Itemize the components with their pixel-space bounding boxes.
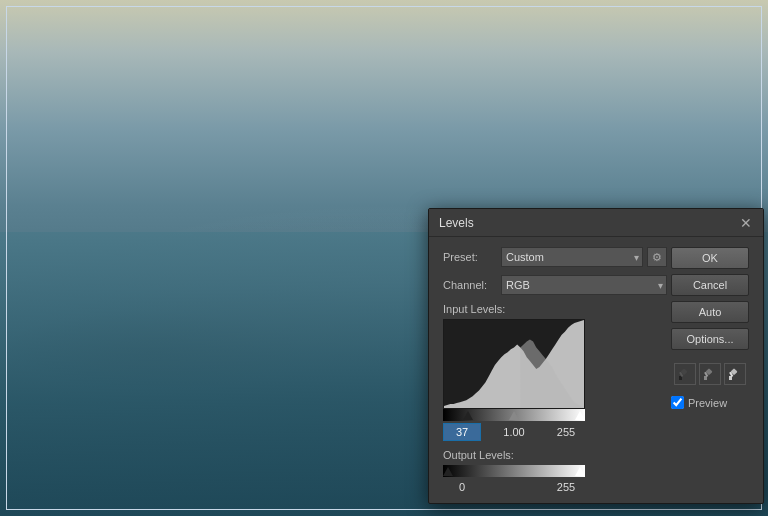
channel-label: Channel:: [443, 279, 501, 291]
output-black-marker[interactable]: [443, 467, 453, 476]
input-levels-label: Input Levels:: [443, 303, 667, 315]
black-eyedropper-icon: [678, 367, 692, 381]
dialog-content: Preset: Custom Default ⚙ Channel: RGB: [429, 237, 763, 503]
gray-eyedropper-icon: [703, 367, 717, 381]
ok-button[interactable]: OK: [671, 247, 749, 269]
preset-gear-button[interactable]: ⚙: [647, 247, 667, 267]
options-button[interactable]: Options...: [671, 328, 749, 350]
preview-row: Preview: [671, 396, 749, 409]
preset-row: Preset: Custom Default ⚙: [443, 247, 667, 267]
output-white-value: 255: [547, 481, 585, 493]
output-values-row: 0 255: [443, 481, 585, 493]
dialog-title: Levels: [439, 216, 474, 230]
output-gradient-bar: [443, 465, 585, 477]
channel-select-wrapper: RGB Red Green Blue: [501, 275, 667, 295]
dialog-titlebar: Levels ✕: [429, 209, 763, 237]
white-eyedropper-button[interactable]: [724, 363, 746, 385]
preview-label: Preview: [688, 397, 727, 409]
levels-dialog: Levels ✕ Preset: Custom Default ⚙: [428, 208, 764, 504]
input-black-marker[interactable]: [463, 411, 473, 420]
preset-label: Preset:: [443, 251, 501, 263]
input-gray-marker[interactable]: [509, 411, 519, 420]
input-values-row: 1.00 255: [443, 423, 585, 441]
right-column: OK Cancel Auto Options...: [671, 247, 749, 409]
input-black-value[interactable]: [443, 423, 481, 441]
histogram-container: [443, 319, 585, 409]
gray-eyedropper-button[interactable]: [699, 363, 721, 385]
auto-button[interactable]: Auto: [671, 301, 749, 323]
input-mid-value: 1.00: [495, 426, 533, 438]
preset-select[interactable]: Custom Default: [501, 247, 643, 267]
close-button[interactable]: ✕: [739, 216, 753, 230]
white-eyedropper-icon: [728, 367, 742, 381]
output-black-value: 0: [443, 481, 481, 493]
input-white-value: 255: [547, 426, 585, 438]
preset-select-wrapper: Custom Default: [501, 247, 643, 267]
channel-row: Channel: RGB Red Green Blue: [443, 275, 667, 295]
histogram-svg: [444, 320, 584, 408]
output-white-marker[interactable]: [575, 467, 585, 476]
eyedropper-group: [671, 363, 749, 385]
input-white-marker[interactable]: [575, 411, 585, 420]
main-content-area: Preset: Custom Default ⚙ Channel: RGB: [443, 247, 749, 493]
black-eyedropper-button[interactable]: [674, 363, 696, 385]
preview-checkbox[interactable]: [671, 396, 684, 409]
input-gradient-bar: [443, 409, 585, 421]
output-levels-label: Output Levels:: [443, 449, 667, 461]
channel-select[interactable]: RGB Red Green Blue: [501, 275, 667, 295]
cancel-button[interactable]: Cancel: [671, 274, 749, 296]
